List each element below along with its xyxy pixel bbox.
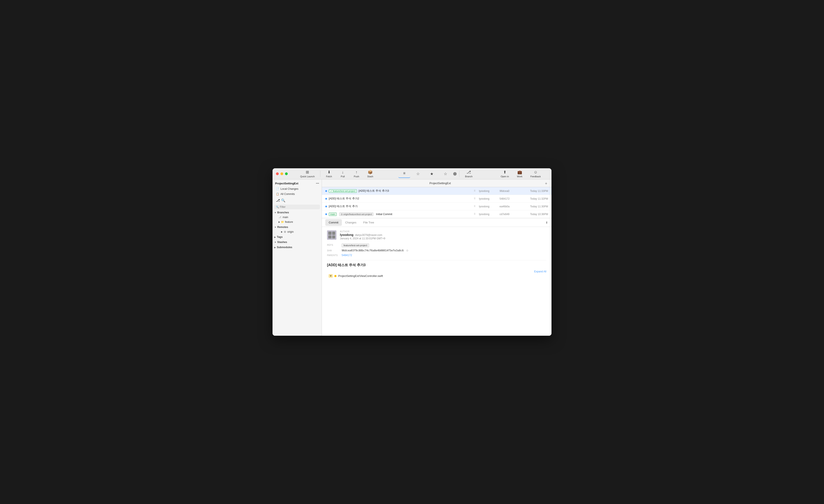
branch-badge-check: ✓ feature/test-set-project xyxy=(329,189,357,193)
origin-label: origin xyxy=(287,230,294,233)
star3-button[interactable]: ☆ xyxy=(439,170,451,178)
branch-icon: ⎇ xyxy=(467,170,471,175)
detail-body: AUTHOR lyoodong dwryu3079@naver.com Janu… xyxy=(322,227,551,282)
commit-sha: cd7e849 xyxy=(500,213,515,216)
author-label: AUTHOR xyxy=(340,230,385,233)
refs-row: REFS feature/test-set-project xyxy=(327,243,546,247)
commit-dot xyxy=(325,206,327,207)
sha-value: 96dcea03f9c88bc74cf6a8e4b08014f5efe3a8c6 xyxy=(342,249,404,252)
star2-button[interactable]: ★ xyxy=(426,170,438,178)
stashes-label: Stashes xyxy=(277,240,287,243)
commit-graph xyxy=(325,213,327,215)
commit-time: Today 11:33PM xyxy=(518,190,548,193)
branch-filter-icon: ⎇ xyxy=(276,198,280,202)
tab-changes[interactable]: Changes xyxy=(342,219,360,226)
tags-chevron: ▶ xyxy=(274,236,276,238)
sidebar-more-button[interactable]: ••• xyxy=(316,182,319,185)
graph-icon: ⠿ xyxy=(474,197,476,200)
feedback-icon: ☺ xyxy=(534,170,537,175)
file-item[interactable]: M ProjectSettingExt/ViewController.swift xyxy=(327,273,546,279)
star1-button[interactable]: ☆ xyxy=(412,170,424,178)
commit-meta: ⠿ lyoodong cd7e849 Today 10:36PM xyxy=(474,213,548,216)
stashes-section-header[interactable]: ▼ Stashes xyxy=(273,239,322,244)
commit-sha: 96dcea0 xyxy=(500,190,515,193)
commit-graph xyxy=(325,190,327,192)
sha-label: SHA xyxy=(327,249,340,252)
origin-icon: ⊙ xyxy=(284,230,286,233)
history-icon: ≡ xyxy=(403,171,406,176)
work-label: Work xyxy=(517,175,522,178)
copy-sha-button[interactable]: ⊙ xyxy=(406,249,408,252)
author-date: January 4, 2024 at 11:33:01PM GMT+9 xyxy=(340,237,385,240)
commit-message: [ADD] 테스트 주석 추가2 xyxy=(329,197,472,200)
commit-graph xyxy=(325,206,327,207)
titlebar: ⊞ Quick Launch ⬇ Fetch ↓ Pull ↑ Push 📦 S… xyxy=(273,168,551,180)
filter-search-icon: 🔍 xyxy=(276,206,279,208)
sidebar-item-origin[interactable]: ▶ ⊙ origin xyxy=(273,229,322,234)
fetch-label: Fetch xyxy=(326,175,332,178)
filter-input[interactable] xyxy=(280,205,318,208)
close-button[interactable] xyxy=(276,172,279,175)
commit-row[interactable]: [ADD] 테스트 주석 추가 ⠿ lyoodong ea46b0a Today… xyxy=(322,203,551,210)
commit-row[interactable]: [ADD] 테스트 주석 추가2 ⠿ lyoodong 5484172 Toda… xyxy=(322,195,551,203)
add-button[interactable]: ＋ xyxy=(544,181,548,186)
parents-row: PARENTS 5484172 xyxy=(327,254,546,257)
open-in-icon: ⬆ xyxy=(503,170,506,175)
tab-commit[interactable]: Commit xyxy=(325,219,342,226)
branch-button[interactable]: ⎇ Branch xyxy=(462,169,476,179)
detail-tabs: Commit Changes File Tree ⬆ xyxy=(322,218,551,227)
all-commits-icon: 📋 xyxy=(276,193,279,196)
avatar-dot xyxy=(332,235,335,239)
repo-title: ProjectSettingExt xyxy=(336,182,544,185)
tags-section-header[interactable]: ▶ Tags xyxy=(273,234,322,239)
minimize-button[interactable] xyxy=(281,172,283,175)
commit-meta: ⠿ lyoodong ea46b0a Today 11:30PM xyxy=(474,205,548,208)
star2-icon: ★ xyxy=(430,172,433,176)
quick-launch-button[interactable]: ⊞ Quick Launch xyxy=(297,169,318,179)
feedback-label: Feedback xyxy=(530,175,541,178)
file-list: Expand All M ProjectSettingExt/ViewContr… xyxy=(327,270,546,279)
work-button[interactable]: 💼 Work xyxy=(514,169,526,179)
author-avatar xyxy=(327,230,336,240)
sidebar-item-all-commits[interactable]: 📋 All Commits xyxy=(273,192,322,197)
tab-file-tree[interactable]: File Tree xyxy=(360,219,378,226)
file-modified-badge: M xyxy=(329,274,333,278)
toolbar-separator xyxy=(320,171,320,177)
fetch-button[interactable]: ⬇ Fetch xyxy=(323,169,335,179)
open-in-button[interactable]: ⬆ Open in xyxy=(498,169,512,179)
feedback-button[interactable]: ☺ Feedback xyxy=(527,169,544,179)
sidebar-item-main[interactable]: ⎇ main xyxy=(273,215,322,220)
detail-expand-button[interactable]: ⬆ xyxy=(545,221,548,224)
submodules-section-header[interactable]: ▶ Submodules xyxy=(273,244,322,249)
commit-row[interactable]: main ⊙ origin/feature/test-set-project I… xyxy=(322,210,551,218)
commit-row[interactable]: ✓ feature/test-set-project [ADD] 테스트 주석 … xyxy=(322,187,551,195)
graph-icon: ⠿ xyxy=(474,205,476,208)
sidebar-item-local-changes[interactable]: 📄 Local Changes xyxy=(273,186,322,192)
pull-button[interactable]: ↓ Pull xyxy=(337,169,349,179)
maximize-button[interactable] xyxy=(285,172,288,175)
filter-bar[interactable]: 🔍 xyxy=(274,205,320,209)
push-button[interactable]: ↑ Push xyxy=(350,169,363,179)
commit-sha: ea46b0a xyxy=(500,205,515,208)
settings-button[interactable] xyxy=(453,172,456,176)
remotes-section-header[interactable]: ▼ Remotes xyxy=(273,224,322,229)
avatar-dot xyxy=(328,235,331,239)
search-icon: 🔍 xyxy=(281,198,285,202)
sha-row: SHA 96dcea03f9c88bc74cf6a8e4b08014f5efe3… xyxy=(327,249,546,252)
history-tab-button[interactable]: ≡ xyxy=(398,170,410,178)
branches-section-header[interactable]: ▼ Branches xyxy=(273,210,322,215)
branch-badge-remote: ⊙ origin/feature/test-set-project xyxy=(339,212,374,216)
stash-label: Stash xyxy=(367,175,373,178)
commit-dot xyxy=(325,198,327,200)
pull-icon: ↓ xyxy=(342,170,344,175)
open-in-label: Open in xyxy=(501,175,509,178)
branches-chevron: ▼ xyxy=(274,211,276,214)
sidebar: ProjectSettingExt ••• 📄 Local Changes 📋 … xyxy=(273,180,322,336)
parents-link[interactable]: 5484172 xyxy=(342,254,352,257)
expand-all-button[interactable]: Expand All xyxy=(534,270,546,273)
stash-button[interactable]: 📦 Stash xyxy=(364,169,376,179)
sidebar-item-feature[interactable]: ▶ 📁 feature xyxy=(273,220,322,224)
author-section: AUTHOR lyoodong dwryu3079@naver.com Janu… xyxy=(327,230,546,240)
author-info: AUTHOR lyoodong dwryu3079@naver.com Janu… xyxy=(340,230,385,240)
push-icon: ↑ xyxy=(355,170,357,175)
